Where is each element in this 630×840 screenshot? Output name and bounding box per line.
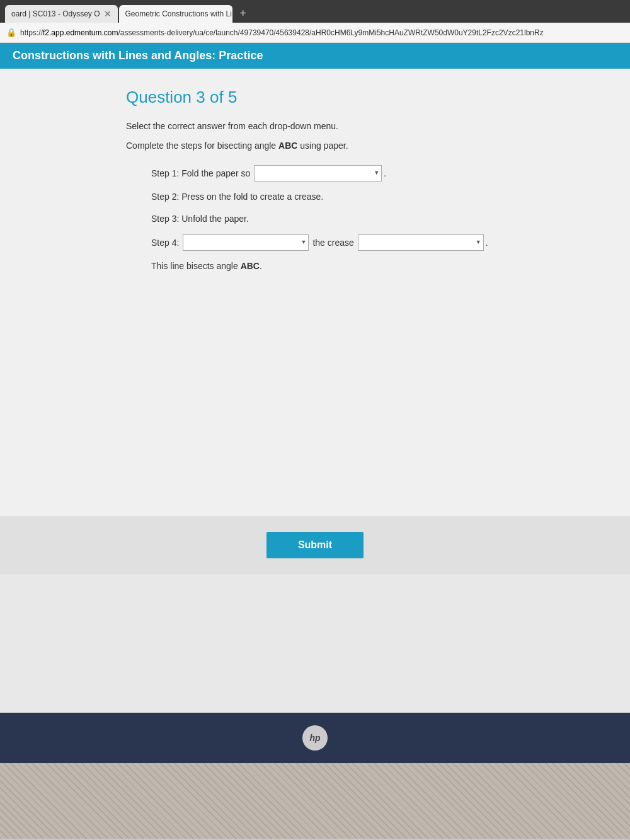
step-2-row: Step 2: Press on the fold to create a cr… <box>151 190 592 204</box>
step-4-dropdown-1-wrapper[interactable]: Draw Mark Extend Trace <box>183 234 309 251</box>
page-header-title: Constructions with Lines and Angles: Pra… <box>13 49 263 62</box>
tab-1-label: oard | SC013 - Odyssey O <box>11 9 100 18</box>
url-path: /assessments-delivery/ua/ce/launch/49739… <box>118 28 543 37</box>
step-4-dropdown-2[interactable]: as a line segment as a ray from B extend… <box>358 234 484 251</box>
question-title: Question 3 of 5 <box>126 88 592 107</box>
step-5-label: This line bisects angle ABC. <box>151 260 262 273</box>
url-protocol: https:// <box>20 28 43 37</box>
instruction-1: Select the correct answer from each drop… <box>126 120 592 133</box>
step-4-dropdown-1[interactable]: Draw Mark Extend Trace <box>183 234 309 251</box>
steps-container: Step 1: Fold the paper so ray BA coincid… <box>151 165 592 273</box>
tab-1-close[interactable]: ✕ <box>104 9 112 19</box>
browser-chrome: oard | SC013 - Odyssey O ✕ Geometric Con… <box>0 0 630 23</box>
step-1-dot: . <box>384 167 386 180</box>
step-4-row: Step 4: Draw Mark Extend Trace the creas… <box>151 234 592 251</box>
tab-1[interactable]: oard | SC013 - Odyssey O ✕ <box>5 5 118 23</box>
hp-logo: hp <box>302 725 328 751</box>
main-content: Question 3 of 5 Select the correct answe… <box>0 69 630 510</box>
lock-icon: 🔒 <box>6 28 16 37</box>
step-5-row: This line bisects angle ABC. <box>151 260 592 273</box>
submit-button[interactable]: Submit <box>266 532 364 558</box>
new-tab-button[interactable]: + <box>236 6 251 21</box>
step-1-row: Step 1: Fold the paper so ray BA coincid… <box>151 165 592 181</box>
submit-section: Submit <box>0 516 630 574</box>
content-wrapper: Question 3 of 5 Select the correct answe… <box>0 69 630 713</box>
instruction-2-bold: ABC <box>278 141 297 151</box>
step-2-label: Step 2: Press on the fold to create a cr… <box>151 190 323 204</box>
step-5-bold: ABC <box>241 261 260 271</box>
page-header: Constructions with Lines and Angles: Pra… <box>0 43 630 69</box>
step-1-dropdown[interactable]: ray BA coincides with ray BC vertex B is… <box>254 165 382 181</box>
step-4-dropdown-2-wrapper[interactable]: as a line segment as a ray from B extend… <box>358 234 484 251</box>
step-4-label: Step 4: <box>151 236 179 250</box>
step-3-label: Step 3: Unfold the paper. <box>151 212 249 226</box>
bottom-space <box>0 574 630 713</box>
step-3-row: Step 3: Unfold the paper. <box>151 212 592 226</box>
laptop-bottom: hp <box>0 713 630 763</box>
step-4-middle-text: the crease <box>312 236 353 250</box>
step-1-dropdown-wrapper[interactable]: ray BA coincides with ray BC vertex B is… <box>254 165 382 181</box>
url-domain: f2.app.edmentum.com <box>43 28 118 37</box>
keyboard-area <box>0 763 630 839</box>
address-text[interactable]: https://f2.app.edmentum.com/assessments-… <box>20 28 624 37</box>
instruction-2-prefix: Complete the steps for bisecting angle <box>126 141 278 151</box>
address-bar: 🔒 https://f2.app.edmentum.com/assessment… <box>0 23 630 43</box>
step-4-dot: . <box>486 236 488 250</box>
instruction-2: Complete the steps for bisecting angle A… <box>126 139 592 152</box>
step-1-label: Step 1: Fold the paper so <box>151 167 250 180</box>
tab-2[interactable]: Geometric Constructions with Li ✕ <box>119 5 232 23</box>
tab-2-label: Geometric Constructions with Li <box>125 9 232 18</box>
instruction-2-suffix: using paper. <box>297 141 348 151</box>
